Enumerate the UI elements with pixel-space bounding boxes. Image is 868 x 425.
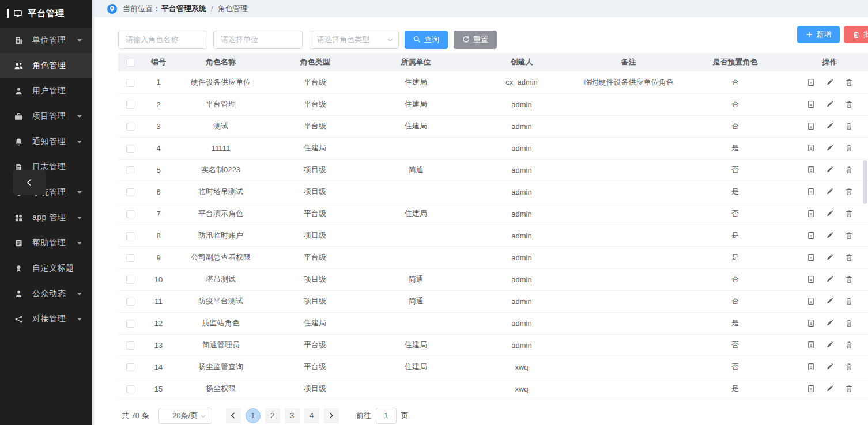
sidebar-item-4[interactable]: 通知管理: [0, 129, 92, 154]
cell-type: 平台级: [267, 71, 363, 93]
row-checkbox[interactable]: [126, 79, 134, 87]
detail-button[interactable]: [807, 188, 815, 196]
detail-button[interactable]: [807, 363, 815, 371]
role-type-select-input[interactable]: [310, 31, 399, 49]
edit-button[interactable]: [826, 166, 834, 174]
delete-button[interactable]: [845, 210, 853, 218]
detail-button[interactable]: [807, 232, 815, 240]
detail-button[interactable]: [807, 78, 815, 86]
sidebar-item-1[interactable]: 角色管理: [0, 53, 92, 78]
role-type-select[interactable]: [310, 31, 399, 49]
table-row: 8防汛临时账户项目级admin是: [118, 225, 868, 246]
sidebar-item-7[interactable]: app 管理: [0, 205, 92, 230]
detail-button[interactable]: [807, 385, 815, 393]
page-number-1[interactable]: 1: [246, 408, 261, 423]
next-page-button[interactable]: [324, 408, 339, 423]
edit-button[interactable]: [826, 78, 834, 86]
row-checkbox[interactable]: [126, 385, 134, 393]
prev-page-button[interactable]: [226, 408, 241, 423]
delete-button[interactable]: [845, 297, 853, 305]
row-checkbox[interactable]: [126, 341, 134, 350]
delete-button[interactable]: [845, 341, 853, 349]
detail-button[interactable]: [807, 275, 815, 283]
page-size-select[interactable]: 20条/页: [158, 408, 212, 424]
add-button[interactable]: 新增: [797, 26, 840, 43]
edit-button[interactable]: [826, 100, 834, 108]
role-name-input[interactable]: [118, 31, 207, 49]
select-all-checkbox[interactable]: [126, 59, 134, 67]
row-checkbox[interactable]: [126, 276, 134, 284]
detail-button[interactable]: [807, 297, 815, 305]
sidebar-item-0[interactable]: 单位管理: [0, 28, 92, 53]
edit-button[interactable]: [826, 122, 834, 130]
edit-button[interactable]: [826, 253, 834, 261]
delete-button[interactable]: [845, 122, 853, 130]
sidebar-item-11[interactable]: 对接管理: [0, 306, 92, 332]
row-checkbox[interactable]: [126, 298, 134, 306]
delete-button[interactable]: [845, 188, 853, 196]
row-checkbox[interactable]: [126, 166, 134, 174]
detail-button[interactable]: [807, 210, 815, 218]
page-number-2[interactable]: 2: [265, 408, 280, 423]
reset-button[interactable]: 重置: [454, 31, 497, 49]
sidebar-item-2[interactable]: 用户管理: [0, 78, 92, 104]
edit-button[interactable]: [826, 188, 834, 196]
sidebar-item-10[interactable]: 公众动态: [0, 281, 92, 306]
unit-select-input[interactable]: [213, 31, 303, 49]
edit-button[interactable]: [826, 319, 834, 327]
table-row: 1硬件设备供应单位平台级住建局cx_admin临时硬件设备供应单位角色否: [118, 71, 868, 93]
delete-button[interactable]: [845, 144, 853, 152]
edit-button[interactable]: [826, 210, 834, 218]
edit-button[interactable]: [826, 144, 834, 152]
goto-page-input[interactable]: [376, 408, 397, 424]
row-checkbox[interactable]: [126, 188, 134, 196]
column-header-4: 创建人: [469, 53, 575, 71]
delete-button[interactable]: [845, 363, 853, 371]
sidebar-item-3[interactable]: 项目管理: [0, 104, 92, 129]
row-checkbox[interactable]: [126, 101, 134, 109]
sidebar-collapse-button[interactable]: [13, 170, 46, 195]
trash-icon: [845, 78, 853, 86]
detail-button[interactable]: [807, 253, 815, 261]
detail-button[interactable]: [807, 144, 815, 152]
page-number-3[interactable]: 3: [285, 408, 300, 423]
delete-button[interactable]: [845, 232, 853, 240]
delete-button[interactable]: [845, 78, 853, 86]
edit-button[interactable]: [826, 363, 834, 371]
row-checkbox[interactable]: [126, 254, 134, 262]
batch-delete-button[interactable]: 批量删除: [844, 26, 868, 43]
edit-button[interactable]: [826, 275, 834, 283]
edit-button[interactable]: [826, 385, 834, 393]
sidebar-item-9[interactable]: 自定义标题: [0, 256, 92, 281]
row-checkbox[interactable]: [126, 145, 134, 153]
edit-button[interactable]: [826, 297, 834, 305]
cell-unit: 简通: [363, 159, 469, 181]
cell-type: 项目级: [267, 159, 363, 181]
delete-button[interactable]: [845, 275, 853, 283]
delete-button[interactable]: [845, 166, 853, 174]
breadcrumb-prefix: 当前位置：: [123, 3, 160, 14]
detail-button[interactable]: [807, 166, 815, 174]
row-checkbox[interactable]: [126, 232, 134, 240]
row-checkbox[interactable]: [126, 123, 134, 131]
app-title: 平台管理: [28, 8, 65, 19]
breadcrumb-root[interactable]: 平台管理系统: [161, 3, 206, 14]
page-number-4[interactable]: 4: [304, 408, 319, 423]
delete-button[interactable]: [845, 385, 853, 393]
cell-no: 13: [142, 334, 175, 356]
delete-button[interactable]: [845, 253, 853, 261]
detail-button[interactable]: [807, 341, 815, 349]
delete-button[interactable]: [845, 319, 853, 327]
row-checkbox[interactable]: [126, 320, 134, 328]
edit-button[interactable]: [826, 341, 834, 349]
row-checkbox[interactable]: [126, 210, 134, 218]
delete-button[interactable]: [845, 100, 853, 108]
detail-button[interactable]: [807, 122, 815, 130]
detail-button[interactable]: [807, 100, 815, 108]
sidebar-item-8[interactable]: 帮助管理: [0, 230, 92, 256]
search-button[interactable]: 查询: [405, 31, 448, 49]
vertical-scrollbar-thumb[interactable]: [863, 160, 867, 204]
edit-button[interactable]: [826, 232, 834, 240]
row-checkbox[interactable]: [126, 363, 134, 371]
detail-button[interactable]: [807, 319, 815, 327]
